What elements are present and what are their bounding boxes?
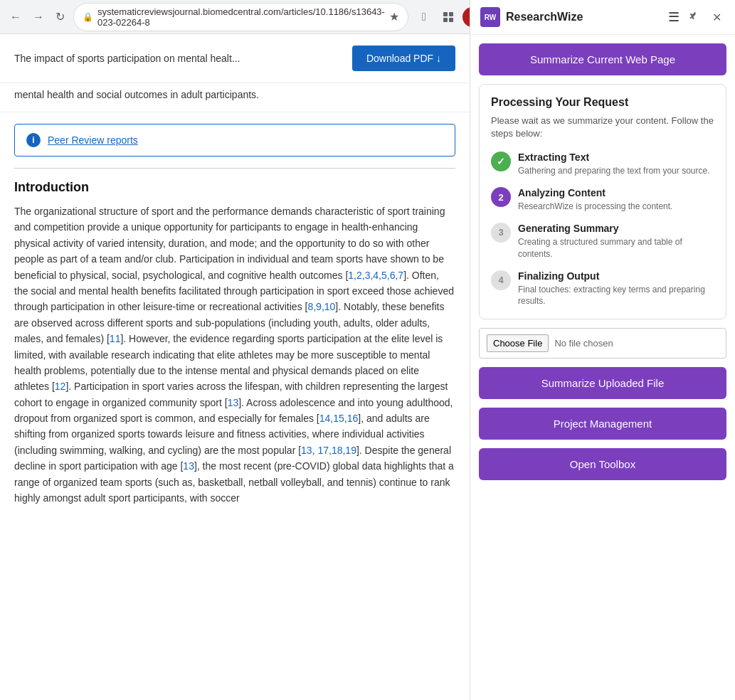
step-item-3: 3 Generating Summary Creating a structur… <box>491 223 714 260</box>
ref-link[interactable]: 13 <box>228 397 239 408</box>
step-circle-3: 3 <box>491 223 511 243</box>
section-divider <box>14 168 455 169</box>
toolbar-icons:  R ⋮ <box>414 7 470 27</box>
svg-rect-1 <box>449 12 453 16</box>
reload-button[interactable]: ↻ <box>53 7 68 27</box>
article-title: The impact of sports participation on me… <box>14 53 240 64</box>
address-bar[interactable]: 🔒 systematicreviewsjournal.biomedcentral… <box>73 3 408 31</box>
step-item-2: 2 Analyzing Content ResearchWize is proc… <box>491 187 714 213</box>
summarize-web-button[interactable]: Summarize Current Web Page <box>479 43 726 75</box>
svg-rect-3 <box>449 18 453 22</box>
step-content-2: Analyzing Content ResearchWize is proces… <box>518 187 714 213</box>
extension-body: Summarize Current Web Page Processing Yo… <box>470 35 735 700</box>
ref-link[interactable]: 13, 17,18,19 <box>301 445 356 456</box>
project-management-button[interactable]: Project Management <box>479 408 726 440</box>
extension-title: ResearchWize <box>506 11 583 23</box>
download-pdf-button[interactable]: Download PDF ↓ <box>352 46 455 71</box>
ref-link[interactable]: 14,15,16 <box>319 413 359 424</box>
step-title-3: Generating Summary <box>518 223 714 234</box>
step-list: ✓ Extracting Text Gathering and preparin… <box>491 152 714 307</box>
svg-rect-0 <box>443 12 448 16</box>
step-circle-2: 2 <box>491 187 511 207</box>
hamburger-button[interactable]: ☰ <box>668 9 680 25</box>
ref-link[interactable]: 1,2,3,4,5,6,7 <box>348 270 403 281</box>
article-paragraph-1: The organizational structure of sport an… <box>14 203 455 506</box>
page-content: The impact of sports participation on me… <box>0 34 470 700</box>
step-desc-4: Final touches: extracting key terms and … <box>518 284 714 308</box>
star-icon[interactable]: ★ <box>389 10 399 23</box>
step-content-3: Generating Summary Creating a structured… <box>518 223 714 260</box>
step-content-4: Finalizing Output Final touches: extract… <box>518 270 714 308</box>
section-title: Introduction <box>14 180 455 195</box>
ext-title-icons: ☰ ✕ <box>668 9 725 26</box>
download-bar: The impact of sports participation on me… <box>0 34 470 83</box>
browser-toolbar: ← → ↻ 🔒 systematicreviewsjournal.biomedc… <box>0 0 470 34</box>
step-title-2: Analyzing Content <box>518 187 714 198</box>
extension-panel: RW ResearchWize ☰ ✕ Summarize Current We… <box>470 0 735 700</box>
pin-button[interactable] <box>685 9 702 26</box>
mental-health-text: mental health and social outcomes in adu… <box>0 83 470 112</box>
step-content-1: Extracting Text Gathering and preparing … <box>518 152 714 177</box>
ref-link[interactable]: 8,9,10 <box>307 301 335 312</box>
ref-link[interactable]: 12 <box>55 381 66 392</box>
step-item-1: ✓ Extracting Text Gathering and preparin… <box>491 152 714 177</box>
url-text: systematicreviewsjournal.biomedcentral.c… <box>97 6 385 28</box>
browser-panel: ← → ↻ 🔒 systematicreviewsjournal.biomedc… <box>0 0 470 700</box>
extension-titlebar: RW ResearchWize ☰ ✕ <box>470 0 735 35</box>
peer-review-box: i Peer Review reports <box>14 124 455 157</box>
processing-title: Processing Your Request <box>491 96 714 109</box>
file-upload-row: Choose File No file chosen <box>479 328 726 359</box>
article-body: Introduction The organizational structur… <box>0 168 470 529</box>
step-title-4: Finalizing Output <box>518 270 714 282</box>
step-desc-2: ResearchWize is processing the content. <box>518 201 714 213</box>
avatar-button[interactable]: R <box>462 7 470 27</box>
processing-card: Processing Your Request Please wait as w… <box>479 84 726 319</box>
ref-link[interactable]: 11 <box>110 333 121 344</box>
peer-review-icon: i <box>26 133 41 147</box>
processing-subtitle: Please wait as we summarize your content… <box>491 115 714 140</box>
researchwize-logo: RW <box>480 7 500 27</box>
open-toolbox-button[interactable]: Open Toolbox <box>479 448 726 480</box>
close-button[interactable]: ✕ <box>708 9 725 26</box>
peer-review-link[interactable]: Peer Review reports <box>48 134 138 146</box>
step-desc-1: Gathering and preparing the text from yo… <box>518 165 714 177</box>
ref-link[interactable]: 13 <box>183 460 194 472</box>
svg-rect-2 <box>443 18 448 22</box>
step-desc-3: Creating a structured summary and table … <box>518 236 714 260</box>
summarize-file-button[interactable]: Summarize Uploaded File <box>479 367 726 399</box>
step-circle-1: ✓ <box>491 152 511 171</box>
step-item-4: 4 Finalizing Output Final touches: extra… <box>491 270 714 308</box>
extension-title-left: RW ResearchWize <box>480 7 583 27</box>
lock-icon: 🔒 <box>83 12 93 22</box>
no-file-label: No file chosen <box>554 338 613 349</box>
extension1-button[interactable]:  <box>414 7 434 27</box>
choose-file-button[interactable]: Choose File <box>487 334 549 352</box>
step-title-1: Extracting Text <box>518 152 714 163</box>
forward-button[interactable]: → <box>30 7 47 27</box>
back-button[interactable]: ← <box>7 7 24 27</box>
step-circle-4: 4 <box>491 270 511 290</box>
extension2-button[interactable] <box>438 7 458 27</box>
